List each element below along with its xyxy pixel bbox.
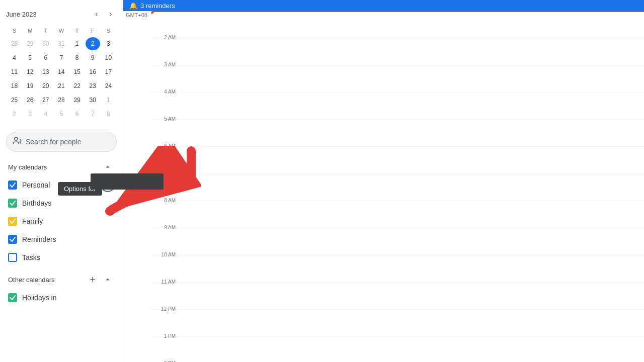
calendar-item[interactable]: Reminders⋮ (4, 230, 119, 248)
time-label: 5 AM (151, 116, 180, 122)
calendar-day[interactable]: 4 (38, 108, 53, 121)
calendar-item[interactable]: Family⋮ (4, 212, 119, 230)
calendar-day[interactable]: 8 (101, 108, 116, 121)
calendar-day[interactable]: 3 (101, 37, 116, 50)
calendar-day[interactable]: 24 (101, 79, 116, 93)
time-row: 9 AM (151, 228, 644, 255)
calendar-day[interactable]: 15 (70, 65, 85, 78)
calendar-day[interactable]: 5 (23, 51, 37, 64)
other-calendars-collapse-btn[interactable] (101, 273, 115, 287)
time-row: 8 AM (151, 201, 644, 228)
other-calendars-header[interactable]: Other calendars + (4, 270, 119, 289)
search-people-section: Search for people (6, 132, 117, 152)
calendar-day[interactable]: 7 (54, 51, 68, 64)
gmt-label: GMT+08 (123, 11, 151, 362)
calendar-day[interactable]: 27 (38, 94, 53, 107)
calendar-day[interactable]: 21 (54, 79, 68, 93)
calendar-nav: ‹ › (91, 8, 117, 20)
dow-header: M (23, 25, 37, 36)
time-label: 10 AM (151, 252, 180, 257)
calendar-day[interactable]: 6 (70, 108, 85, 121)
calendar-day[interactable]: 7 (86, 108, 100, 121)
time-row: 10 AM (151, 255, 644, 283)
calendar-day[interactable]: 3 (23, 108, 37, 121)
calendar-day[interactable]: 13 (38, 65, 53, 78)
calendar-checkbox[interactable] (8, 235, 17, 244)
other-calendars-controls: + (86, 273, 115, 287)
calendar-item-label: Birthdays (22, 199, 101, 207)
dow-header: F (86, 25, 100, 36)
calendar-day[interactable]: 10 (101, 51, 116, 64)
calendar-day[interactable]: 17 (101, 65, 116, 78)
calendar-checkbox[interactable] (8, 217, 17, 226)
calendar-day[interactable]: 1 (101, 94, 116, 107)
calendar-day[interactable]: 19 (23, 79, 37, 93)
time-label: 8 AM (151, 198, 180, 203)
time-label: 6 AM (151, 143, 180, 149)
time-label: 4 AM (151, 89, 180, 95)
calendar-day[interactable]: 18 (7, 79, 22, 93)
add-other-calendar-btn[interactable]: + (86, 273, 100, 287)
calendar-day[interactable]: 23 (86, 79, 100, 93)
prev-month-button[interactable]: ‹ (91, 8, 103, 20)
calendar-day[interactable]: 31 (54, 37, 68, 50)
calendar-day[interactable]: 9 (86, 51, 100, 64)
calendar-day[interactable]: 30 (86, 94, 100, 107)
calendar-checkbox[interactable] (8, 199, 17, 208)
next-month-button[interactable]: › (105, 8, 117, 20)
calendar-item[interactable]: Personal⋮ (4, 176, 119, 194)
calendar-day[interactable]: 29 (70, 94, 85, 107)
calendar-item[interactable]: Tasks⋮ (4, 248, 119, 266)
calendar-day[interactable]: 26 (23, 94, 37, 107)
calendar-day[interactable]: 2 (86, 37, 100, 50)
time-label: 3 AM (151, 62, 180, 67)
other-calendars-section: Other calendars + Holidays in⋮ (0, 270, 123, 307)
time-grid-wrapper: GMT+08 1 AM2 AM3 AM4 AM5 AM6 AM7 AM8 AM9… (123, 11, 644, 362)
people-search-icon (13, 136, 22, 147)
time-label: 9 AM (151, 225, 180, 230)
dow-header: T (38, 25, 53, 36)
time-row: 3 AM (151, 65, 644, 93)
calendar-item-menu-btn[interactable]: ⋮ (101, 178, 115, 192)
calendar-day[interactable]: 20 (38, 79, 53, 93)
calendar-item-label: Personal (22, 181, 101, 189)
dow-header: W (54, 25, 68, 36)
time-row: 6 AM (151, 147, 644, 174)
time-label: 2 AM (151, 35, 180, 40)
calendar-day[interactable]: 5 (54, 108, 68, 121)
calendar-day[interactable]: 16 (86, 65, 100, 78)
calendar-day[interactable]: 6 (38, 51, 53, 64)
calendar-day[interactable]: 11 (7, 65, 22, 78)
calendar-day[interactable]: 28 (7, 37, 22, 50)
time-row: 12 PM (151, 310, 644, 337)
calendar-item[interactable]: Birthdays⋮ (4, 194, 119, 212)
calendar-day[interactable]: 30 (38, 37, 53, 50)
mini-calendar-header: June 2023 ‹ › (6, 8, 117, 20)
my-calendars-title: My calendars (8, 163, 47, 171)
calendar-day[interactable]: 22 (70, 79, 85, 93)
my-calendars-collapse-btn[interactable] (101, 160, 115, 174)
calendar-day[interactable]: 8 (70, 51, 85, 64)
calendar-checkbox[interactable] (8, 180, 17, 190)
calendar-day[interactable]: 14 (54, 65, 68, 78)
calendar-day[interactable]: 2 (7, 108, 22, 121)
calendar-day[interactable]: 12 (23, 65, 37, 78)
other-calendar-items: Holidays in⋮ (4, 289, 119, 307)
time-grid-scroll[interactable]: 1 AM2 AM3 AM4 AM5 AM6 AM7 AM8 AM9 AM10 A… (151, 11, 644, 362)
calendar-checkbox[interactable] (8, 253, 17, 262)
calendar-checkbox[interactable] (8, 293, 17, 302)
search-people-label: Search for people (26, 138, 82, 146)
current-time-line (151, 11, 644, 12)
calendar-day[interactable]: 29 (23, 37, 37, 50)
calendar-day[interactable]: 4 (7, 51, 22, 64)
time-label: 1 PM (151, 333, 180, 339)
search-people-box[interactable]: Search for people (6, 132, 117, 152)
calendar-day[interactable]: 25 (7, 94, 22, 107)
calendar-day[interactable]: 1 (70, 37, 85, 50)
calendar-item[interactable]: Holidays in⋮ (4, 289, 119, 307)
calendar-day[interactable]: 28 (54, 94, 68, 107)
my-calendars-controls (101, 160, 115, 174)
my-calendars-header[interactable]: My calendars (4, 158, 119, 176)
sidebar: June 2023 ‹ › SMTWTFS 282930311234567891… (0, 0, 123, 362)
reminders-label: 3 reminders (140, 2, 175, 10)
